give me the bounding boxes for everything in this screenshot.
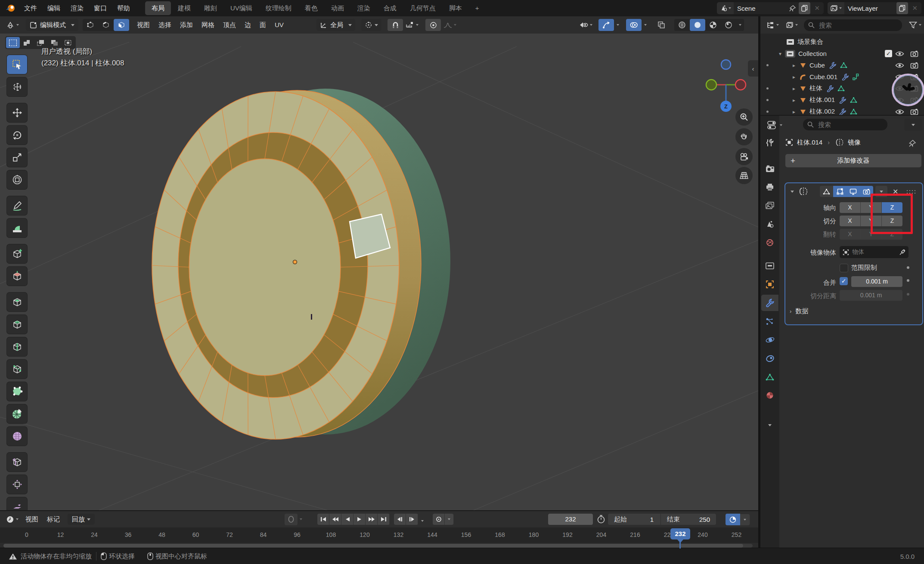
properties-options-dropdown[interactable] (904, 119, 922, 131)
tool-bevel[interactable] (7, 315, 27, 334)
tab-rendering[interactable]: 渲染 (351, 1, 377, 15)
tab-object[interactable] (761, 276, 778, 293)
gizmos-dropdown[interactable] (614, 19, 622, 31)
eyedropper-icon[interactable] (899, 249, 905, 255)
overlays-toggle[interactable] (626, 19, 642, 31)
ruler-tick[interactable]: 216 (630, 531, 640, 538)
merge-value-field[interactable]: 0.001 m (851, 276, 902, 287)
menu-window[interactable]: 窗口 (89, 0, 112, 16)
properties-search[interactable] (803, 119, 887, 130)
expand-icon[interactable]: ▸ (791, 74, 797, 80)
geometry-nodes-icon[interactable] (853, 74, 859, 80)
tab-constraints[interactable] (761, 350, 778, 367)
gizmo-axis-y-neg[interactable] (721, 60, 731, 69)
ruler-tick[interactable]: 144 (427, 531, 437, 538)
play-button[interactable] (353, 514, 366, 525)
collection-checkbox[interactable]: ✓ (885, 50, 892, 57)
shading-material-button[interactable] (705, 19, 721, 31)
timeline-scrollbar[interactable] (3, 544, 753, 548)
show-object-types-selector[interactable] (577, 19, 595, 31)
realtime-display-toggle[interactable] (846, 186, 860, 197)
auto-keyframe-button[interactable] (433, 514, 445, 525)
ruler-tick[interactable]: 120 (360, 531, 369, 538)
tool-add-cube[interactable] (7, 244, 27, 263)
tool-annotate[interactable] (7, 196, 27, 215)
tool-edge-slide[interactable] (7, 453, 27, 472)
expand-icon[interactable]: ▸ (791, 109, 797, 115)
cache-dropdown[interactable] (740, 514, 750, 525)
tab-tool[interactable] (761, 135, 778, 151)
ruler-tick[interactable]: 36 (125, 531, 132, 538)
ruler-tick[interactable]: 240 (698, 531, 707, 538)
tab-render[interactable] (761, 160, 778, 177)
menu-render[interactable]: 渲染 (65, 0, 89, 16)
scene-icon[interactable] (717, 2, 734, 14)
tool-loop-cut[interactable] (7, 337, 27, 356)
step-options-dropdown[interactable] (421, 520, 424, 522)
ruler-tick[interactable]: 108 (326, 531, 336, 538)
mesh-object[interactable] (152, 89, 450, 439)
tab-animation[interactable]: 动画 (325, 1, 350, 15)
tab-world[interactable] (761, 234, 778, 251)
end-frame-field[interactable]: 结束 250 (661, 514, 716, 525)
tool-spin[interactable] (7, 404, 27, 423)
ruler-tick[interactable]: 84 (260, 531, 267, 538)
proportional-editing-toggle[interactable] (425, 19, 441, 31)
tool-select-box[interactable] (7, 55, 27, 74)
new-viewlayer-button[interactable] (896, 2, 908, 14)
timeline-ruler[interactable]: 0122436486072849610812013214415616818019… (0, 527, 758, 543)
shading-wireframe-button[interactable] (674, 19, 690, 31)
tool-move[interactable] (7, 103, 27, 122)
hide-icon[interactable] (892, 59, 907, 71)
tool-smooth[interactable] (7, 427, 27, 446)
outliner-row-cube[interactable]: ▸ Cube (760, 59, 924, 71)
modifier-wrench-icon[interactable] (842, 74, 849, 80)
ruler-tick[interactable]: 192 (562, 531, 572, 538)
properties-search-input[interactable] (817, 120, 871, 129)
delete-scene-button[interactable]: ✕ (810, 2, 824, 14)
ruler-tick[interactable]: 168 (495, 531, 505, 538)
disable-render-icon[interactable] (907, 59, 921, 71)
object-origin[interactable] (293, 260, 297, 264)
flip-x-button[interactable]: X (840, 229, 861, 240)
tab-texture-paint[interactable]: 纹理绘制 (259, 1, 298, 15)
gizmo-axis-x-pos[interactable] (735, 80, 746, 90)
ruler-tick[interactable]: 204 (596, 531, 606, 538)
tab-layout[interactable]: 布局 (145, 1, 171, 15)
properties-display-options[interactable] (765, 119, 785, 131)
pivot-point-selector[interactable] (361, 19, 381, 31)
jump-to-start-button[interactable] (317, 514, 329, 525)
axis-x-button[interactable]: X (840, 202, 861, 213)
outliner-filter-button[interactable] (906, 19, 924, 31)
menu-help[interactable]: 帮助 (112, 0, 135, 16)
ruler-tick[interactable]: 60 (192, 531, 199, 538)
zoom-button[interactable] (735, 108, 753, 126)
overlays-dropdown[interactable] (642, 19, 649, 31)
delete-viewlayer-button[interactable]: ✕ (908, 2, 921, 14)
transform-orientation-selector[interactable]: 全局 (316, 19, 355, 31)
tool-measure[interactable] (7, 219, 27, 237)
mirror-object-field[interactable]: 物体 (840, 246, 908, 258)
menu-mesh[interactable]: 网格 (197, 16, 219, 34)
breadcrumb-object[interactable]: 柱体.014 (797, 139, 822, 147)
outliner-display-mode-selector[interactable] (764, 19, 781, 31)
viewlayer-icon[interactable] (828, 2, 844, 14)
snap-target-selector[interactable] (403, 19, 421, 31)
expand-icon[interactable]: ▸ (791, 62, 797, 68)
3d-viewport[interactable]: 用户透视 (局部) (232) 柱体.014 | 柱体.008 Z ‹ (0, 34, 758, 510)
tool-inset-faces[interactable] (7, 293, 27, 311)
blender-logo-icon[interactable] (5, 3, 16, 15)
playhead[interactable]: 232 (670, 528, 690, 539)
modifier-wrench-icon[interactable] (839, 97, 846, 104)
jump-to-end-button[interactable] (378, 514, 390, 525)
add-modifier-button[interactable]: + 添加修改器 (785, 154, 921, 167)
ruler-tick[interactable]: 96 (294, 531, 301, 538)
mode-selector[interactable]: 编辑模式 (26, 19, 78, 31)
disable-render-icon[interactable] (907, 48, 921, 60)
pin-id-button[interactable] (906, 137, 919, 149)
menu-add[interactable]: 添加 (176, 16, 197, 34)
hide-icon[interactable] (892, 106, 907, 115)
tab-object-data[interactable] (761, 369, 778, 385)
tool-poly-build[interactable] (7, 382, 27, 401)
drag-handle-icon[interactable] (906, 189, 915, 194)
